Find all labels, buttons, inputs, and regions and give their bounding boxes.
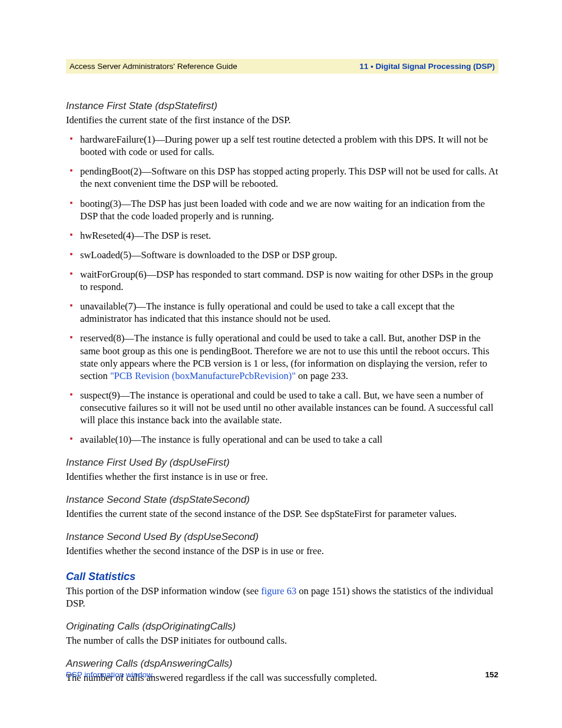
- list-item: booting(3)—The DSP has just been loaded …: [80, 197, 498, 222]
- section-instance-second-used-by: Instance Second Used By (dspUseSecond) I…: [66, 531, 498, 557]
- list-item: reserved(8)—The instance is fully operat…: [80, 332, 498, 381]
- heading-instance-second-used-by: Instance Second Used By (dspUseSecond): [66, 531, 498, 543]
- header-doc-title: Access Server Administrators' Reference …: [70, 61, 237, 71]
- call-stats-text-pre: This portion of the DSP information wind…: [66, 585, 261, 597]
- body-call-statistics: This portion of the DSP information wind…: [66, 585, 498, 610]
- page-header: Access Server Administrators' Reference …: [66, 59, 498, 74]
- link-pcb-revision-xref[interactable]: "PCB Revision (boxManufacturePcbRevision…: [110, 370, 296, 381]
- list-item: suspect(9)—The instance is operational a…: [80, 389, 498, 426]
- list-dsp-states: hardwareFailure(1)—During power up a sel…: [66, 133, 498, 446]
- link-figure-63-xref[interactable]: figure 63: [261, 585, 296, 597]
- page-number: 152: [485, 670, 498, 680]
- section-call-statistics: Call Statistics This portion of the DSP …: [66, 570, 498, 610]
- body-instance-first-used-by: Identifies whether the first instance is…: [66, 470, 498, 483]
- list-item: available(10)—The instance is fully oper…: [80, 433, 498, 446]
- list-item-text-post: on page 233.: [296, 370, 348, 381]
- section-instance-first-state: Instance First State (dspStatefirst) Ide…: [66, 100, 498, 446]
- list-item: hwReseted(4)—The DSP is reset.: [80, 229, 498, 242]
- list-item: pendingBoot(2)—Software on this DSP has …: [80, 165, 498, 190]
- list-item: hardwareFailure(1)—During power up a sel…: [80, 133, 498, 158]
- footer-section-link[interactable]: DSP information window: [66, 670, 153, 680]
- section-originating-calls: Originating Calls (dspOriginatingCalls) …: [66, 620, 498, 647]
- list-item: swLoaded(5)—Software is downloaded to th…: [80, 249, 498, 261]
- section-instance-first-used-by: Instance First Used By (dspUseFirst) Ide…: [66, 456, 498, 483]
- heading-answering-calls: Answering Calls (dspAnsweringCalls): [66, 657, 498, 670]
- page-footer: DSP information window 152: [66, 670, 498, 680]
- header-chapter: 11 • Digital Signal Processing (DSP): [359, 61, 495, 71]
- section-instance-second-state: Instance Second State (dspStateSecond) I…: [66, 493, 498, 520]
- intro-instance-first-state: Identifies the current state of the firs…: [66, 114, 498, 126]
- heading-instance-first-used-by: Instance First Used By (dspUseFirst): [66, 456, 498, 469]
- body-instance-second-state: Identifies the current state of the seco…: [66, 508, 498, 520]
- body-instance-second-used-by: Identifies whether the second instance o…: [66, 545, 498, 557]
- list-item: waitForGroup(6)—DSP has responded to sta…: [80, 268, 498, 293]
- sections-group: Instance First Used By (dspUseFirst) Ide…: [66, 456, 498, 684]
- body-originating-calls: The number of calls the DSP initiates fo…: [66, 634, 498, 647]
- heading-originating-calls: Originating Calls (dspOriginatingCalls): [66, 620, 498, 633]
- heading-instance-first-state: Instance First State (dspStatefirst): [66, 100, 498, 113]
- heading-instance-second-state: Instance Second State (dspStateSecond): [66, 493, 498, 506]
- heading-call-statistics: Call Statistics: [66, 570, 498, 584]
- page: Access Server Administrators' Reference …: [0, 0, 562, 728]
- list-item: unavailable(7)—The instance is fully ope…: [80, 300, 498, 325]
